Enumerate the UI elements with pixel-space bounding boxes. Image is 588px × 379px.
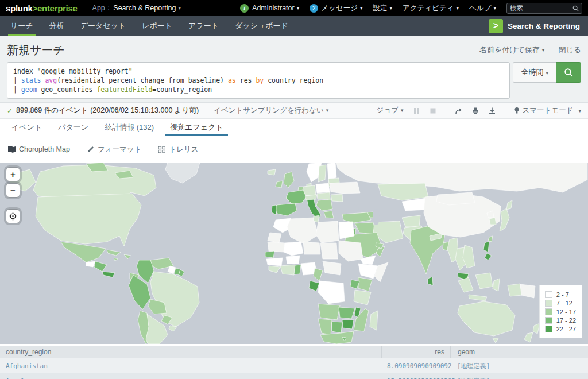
chevron-down-icon bbox=[324, 106, 329, 114]
user-menu[interactable]: i Administrator bbox=[240, 4, 299, 13]
messages-menu[interactable]: 2 メッセージ bbox=[310, 3, 362, 13]
run-search-button[interactable] bbox=[556, 62, 581, 83]
cell-country-region[interactable]: Angola bbox=[0, 377, 381, 379]
divider bbox=[505, 106, 505, 115]
activity-label: アクティビティ bbox=[403, 3, 454, 13]
spl-line: index="google_mobility_report" bbox=[13, 67, 504, 76]
nav-item-search[interactable]: サーチ bbox=[2, 16, 41, 36]
tab-visualization[interactable]: 視覚エフェクト bbox=[165, 119, 228, 136]
chevron-down-icon bbox=[295, 4, 300, 12]
viz-type-picker[interactable]: Choropleth Map bbox=[8, 145, 70, 153]
chevron-down-icon bbox=[576, 107, 581, 115]
chevron-down-icon bbox=[358, 4, 363, 12]
chevron-down-icon bbox=[543, 68, 548, 77]
legend-item: 2 - 7 bbox=[545, 290, 576, 299]
cell-geom[interactable]: [地理定義] bbox=[450, 377, 588, 379]
cell-country-region[interactable]: Afghanistan bbox=[0, 362, 381, 370]
current-app: > Search & Reporting bbox=[489, 16, 586, 36]
splunk-logo[interactable]: splunk>enterprise bbox=[6, 3, 78, 13]
cell-geom[interactable]: [地理定義] bbox=[450, 362, 588, 370]
global-search-input[interactable] bbox=[510, 5, 572, 11]
share-icon[interactable] bbox=[455, 107, 463, 115]
column-header-country-region[interactable]: country_region bbox=[0, 348, 381, 356]
map-oceania[interactable] bbox=[458, 273, 540, 343]
nav-item-alerts[interactable]: アラート bbox=[180, 16, 227, 36]
table-row: Afghanistan 8.090909090909092 [地理定義] bbox=[0, 358, 588, 373]
cell-res[interactable]: 15.393939393939393 bbox=[381, 377, 450, 379]
black-sea bbox=[342, 204, 359, 213]
user-avatar: i bbox=[240, 4, 249, 13]
map-south-america[interactable] bbox=[129, 258, 199, 344]
pause-icon[interactable] bbox=[412, 107, 420, 115]
choropleth-map[interactable]: 2 - 7 7 - 12 12 - 17 17 - 22 22 - 27 bbox=[0, 163, 588, 344]
app-switcher-menu[interactable]: App： Search & Reporting bbox=[92, 3, 181, 13]
search-icon bbox=[564, 68, 574, 78]
tab-events[interactable]: イベント bbox=[7, 119, 47, 136]
settings-menu[interactable]: 設定 bbox=[373, 3, 392, 13]
app-nav-bar: サーチ 分析 データセット レポート アラート ダッシュボード > Search… bbox=[0, 16, 588, 36]
map-north-america[interactable] bbox=[8, 163, 200, 277]
tab-statistics[interactable]: 統計情報 (132) bbox=[100, 119, 158, 136]
event-sampling-menu[interactable]: イベントサンプリングを行わない bbox=[214, 106, 328, 115]
search-mode-menu[interactable]: スマートモード bbox=[514, 106, 582, 115]
current-app-title: Search & Reporting bbox=[508, 22, 580, 30]
trellis-grid-icon bbox=[158, 146, 165, 153]
tab-patterns[interactable]: パターン bbox=[53, 119, 93, 136]
print-icon[interactable] bbox=[471, 107, 479, 115]
settings-label: 設定 bbox=[373, 3, 387, 13]
messages-label: メッセージ bbox=[321, 3, 358, 13]
zoom-in-button[interactable] bbox=[6, 167, 20, 181]
legend-swatch bbox=[545, 300, 552, 307]
legend-item: 7 - 12 bbox=[545, 299, 576, 307]
logo-sep: > bbox=[33, 3, 37, 13]
export-icon[interactable] bbox=[488, 107, 496, 115]
legend-swatch bbox=[545, 317, 552, 324]
legend-swatch bbox=[545, 308, 552, 315]
job-done-check-icon bbox=[7, 107, 13, 115]
results-tabs: イベント パターン 統計情報 (132) 視覚エフェクト bbox=[0, 119, 588, 136]
nav-item-dashboards[interactable]: ダッシュボード bbox=[227, 16, 296, 36]
spl-query-editor[interactable]: index="google_mobility_report" | stats a… bbox=[7, 62, 510, 99]
messages-count-badge: 2 bbox=[310, 4, 318, 13]
column-header-geom[interactable]: geom bbox=[450, 346, 588, 358]
global-search-box bbox=[506, 3, 582, 14]
cell-res[interactable]: 8.090909090909092 bbox=[381, 362, 450, 370]
activity-menu[interactable]: アクティビティ bbox=[403, 3, 459, 13]
format-menu[interactable]: フォーマット bbox=[87, 145, 141, 154]
close-button[interactable]: 閉じる bbox=[558, 45, 581, 55]
logo-product: enterprise bbox=[37, 3, 78, 13]
nav-item-analytics[interactable]: 分析 bbox=[41, 16, 72, 36]
job-menu[interactable]: ジョブ bbox=[377, 106, 404, 115]
top-bar: splunk>enterprise App： Search & Reportin… bbox=[0, 0, 588, 16]
world-map[interactable] bbox=[0, 163, 588, 344]
chevron-down-icon bbox=[399, 106, 404, 114]
time-range-picker[interactable]: 全時間 bbox=[513, 62, 556, 83]
nav-item-datasets[interactable]: データセット bbox=[72, 16, 134, 36]
page-title: 新規サーチ bbox=[7, 42, 65, 58]
help-label: ヘルプ bbox=[469, 3, 491, 13]
choropleth-map-icon bbox=[8, 146, 16, 153]
recenter-button[interactable] bbox=[6, 209, 20, 223]
caspian-sea bbox=[373, 209, 380, 225]
legend-swatch bbox=[545, 291, 552, 298]
splunk-app-icon: > bbox=[489, 19, 503, 33]
bulb-icon bbox=[514, 107, 520, 114]
stop-icon[interactable] bbox=[429, 107, 437, 115]
nav-item-reports[interactable]: レポート bbox=[134, 16, 180, 36]
pencil-icon bbox=[87, 146, 94, 153]
zoom-out-button[interactable] bbox=[6, 183, 20, 198]
map-legend: 2 - 7 7 - 12 12 - 17 17 - 22 22 - 27 bbox=[539, 285, 582, 338]
help-menu[interactable]: ヘルプ bbox=[469, 3, 496, 13]
visualization-toolbar: Choropleth Map フォーマット トレリス bbox=[0, 136, 588, 163]
legend-item: 22 - 27 bbox=[545, 324, 576, 333]
chevron-down-icon bbox=[176, 4, 181, 12]
trellis-menu[interactable]: トレリス bbox=[158, 145, 198, 154]
table-header: country_region res geom bbox=[0, 346, 588, 358]
column-header-res[interactable]: res bbox=[381, 346, 450, 358]
save-as-button[interactable]: 名前を付けて保存 bbox=[479, 45, 544, 55]
event-count: 899,869 件のイベント bbox=[16, 106, 88, 115]
crosshair-icon bbox=[9, 212, 17, 221]
legend-swatch bbox=[545, 326, 552, 332]
app-name: Search & Reporting bbox=[113, 4, 176, 12]
user-name: Administrator bbox=[252, 4, 295, 12]
